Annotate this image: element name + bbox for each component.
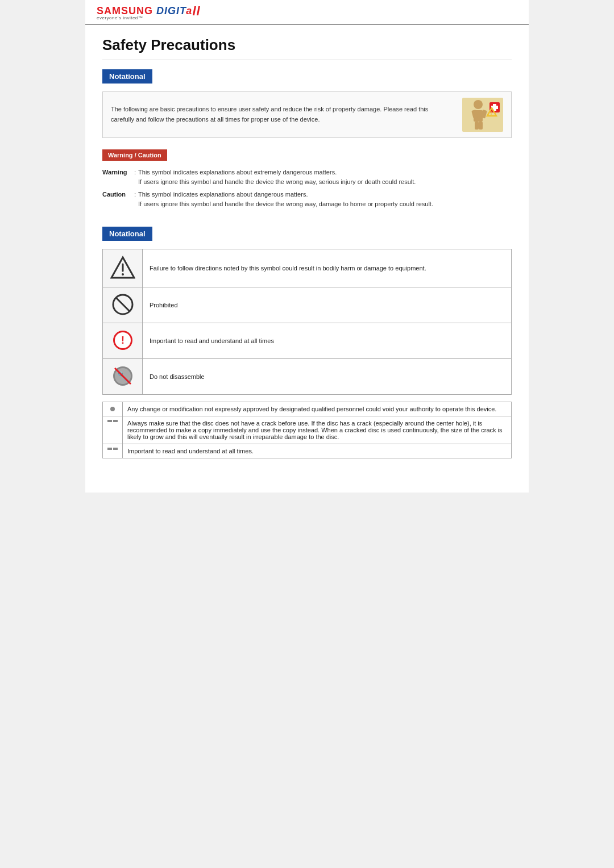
note-icon-3 — [103, 444, 123, 458]
svg-rect-5 — [475, 122, 479, 130]
note-row-3: Important to read and understand at all … — [103, 444, 512, 458]
warning-caution-header: Warning / Caution — [102, 149, 167, 161]
warning-entry: Warning : This symbol indicates explanat… — [102, 168, 512, 186]
svg-line-16 — [116, 298, 130, 311]
page-wrapper: SAMSUNG DIGITall everyone's invited™ Saf… — [85, 0, 529, 493]
disassemble-icon: 🔧 — [111, 365, 134, 387]
icon-cell-important: ! — [103, 323, 143, 359]
symbol-desc-3: Important to read and understand at all … — [143, 323, 512, 359]
content-area: Safety Precautions Notational The follow… — [85, 25, 529, 470]
note-text-3: Important to read and understand at all … — [123, 444, 512, 458]
note-icon-1 — [103, 402, 123, 416]
icon-cell-prohibited — [103, 287, 143, 323]
intro-text: The following are basic precautions to e… — [111, 105, 453, 124]
intro-box: The following are basic precautions to e… — [102, 91, 512, 138]
svg-point-1 — [474, 100, 483, 109]
symbol-desc-2: Prohibited — [143, 287, 512, 323]
digital-text: DIGITall — [156, 5, 201, 16]
caution-label: Caution — [102, 190, 132, 208]
svg-point-14 — [122, 273, 124, 276]
notational-section-header: Notational — [102, 69, 152, 84]
notational-section-header-2: Notational — [102, 227, 152, 241]
note-text-2: Always make sure that the disc does not … — [123, 416, 512, 444]
note-dots-icon-3 — [107, 448, 118, 450]
intro-illustration: ! — [462, 98, 503, 132]
samsung-text: SAMSUNG — [97, 5, 156, 16]
prohibited-icon — [111, 293, 134, 316]
note-dots-icon — [107, 420, 118, 422]
note-icon-2 — [103, 416, 123, 444]
brand-name: SAMSUNG DIGITall — [97, 6, 517, 16]
svg-rect-6 — [479, 122, 483, 130]
table-row: 🔧 Do not disassemble — [103, 359, 512, 395]
note-row-2: Always make sure that the disc does not … — [103, 416, 512, 444]
tagline: everyone's invited™ — [97, 16, 517, 20]
important-icon: ! — [111, 329, 134, 352]
icon-cell-warning — [103, 249, 143, 287]
svg-text:!: ! — [491, 110, 492, 116]
page-title: Safety Precautions — [102, 36, 512, 60]
note-dot-icon — [110, 407, 115, 411]
table-row: Failure to follow directions noted by th… — [103, 249, 512, 287]
warning-label: Warning — [102, 168, 132, 186]
samsung-logo: SAMSUNG DIGITall everyone's invited™ — [97, 6, 517, 20]
header: SAMSUNG DIGITall everyone's invited™ — [85, 0, 529, 25]
table-row: ! Important to read and understand at al… — [103, 323, 512, 359]
symbol-desc-1: Failure to follow directions noted by th… — [143, 249, 512, 287]
caution-desc: This symbol indicates explanations about… — [138, 190, 433, 208]
icon-cell-disassemble: 🔧 — [103, 359, 143, 395]
note-text-1: Any change or modification not expressly… — [123, 402, 512, 416]
warning-triangle-icon — [110, 255, 135, 280]
bottom-notes-table: Any change or modification not expressly… — [102, 402, 512, 458]
caution-entry: Caution : This symbol indicates explanat… — [102, 190, 512, 208]
notational-table: Failure to follow directions noted by th… — [102, 249, 512, 395]
note-row-1: Any change or modification not expressly… — [103, 402, 512, 416]
warning-desc: This symbol indicates explanations about… — [138, 168, 416, 186]
table-row: Prohibited — [103, 287, 512, 323]
warning-section: Warning : This symbol indicates explanat… — [102, 168, 512, 208]
intro-svg: ! — [462, 98, 503, 132]
symbol-desc-4: Do not disassemble — [143, 359, 512, 395]
svg-text:!: ! — [121, 335, 125, 346]
caution-colon: : — [134, 190, 136, 208]
warning-colon: : — [134, 168, 136, 186]
